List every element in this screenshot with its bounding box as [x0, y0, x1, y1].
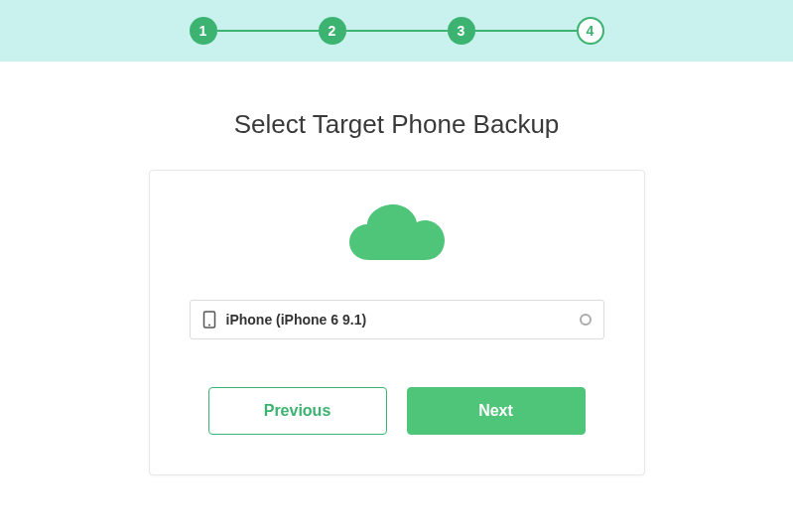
device-label: iPhone (iPhone 6 9.1): [226, 312, 570, 328]
svg-point-1: [208, 325, 210, 327]
device-select[interactable]: iPhone (iPhone 6 9.1): [190, 300, 604, 339]
step-2[interactable]: 2: [319, 17, 346, 45]
button-row: Previous Next: [190, 387, 604, 435]
next-button[interactable]: Next: [407, 387, 586, 435]
radio-indicator: [580, 314, 592, 326]
step-3[interactable]: 3: [448, 17, 475, 45]
step-connector: [217, 30, 319, 32]
cloud-icon: [347, 200, 447, 270]
stepper: 1 2 3 4: [190, 17, 604, 45]
step-connector: [475, 30, 577, 32]
step-4[interactable]: 4: [577, 17, 604, 45]
step-1[interactable]: 1: [190, 17, 217, 45]
page-title: Select Target Phone Backup: [0, 109, 793, 140]
previous-button[interactable]: Previous: [208, 387, 387, 435]
backup-card: iPhone (iPhone 6 9.1) Previous Next: [149, 170, 645, 475]
step-connector: [346, 30, 448, 32]
phone-icon: [202, 311, 216, 329]
stepper-bar: 1 2 3 4: [0, 0, 793, 62]
